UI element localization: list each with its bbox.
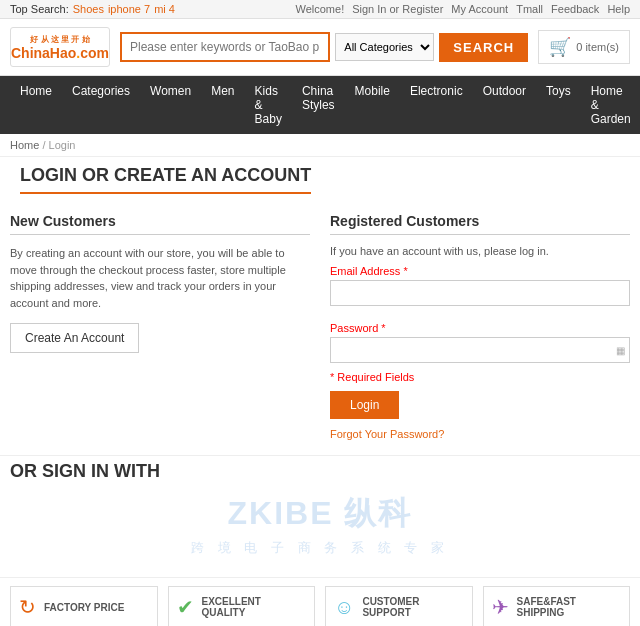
logo-com: com [80,45,109,61]
breadcrumb: Home / Login [0,134,640,157]
top-search-label: Top Search: [10,3,69,15]
feature-factory-label: FACTORY PRICE [44,602,124,613]
page-title-area: LOGIN OR CREATE AN ACCOUNT [0,157,640,198]
registered-customers-intro: If you have an account with us, please l… [330,245,630,257]
required-note: * Required Fields [330,371,630,383]
new-customers-section: New Customers By creating an account wit… [10,213,310,440]
nav-home[interactable]: Home [10,76,62,134]
nav-categories[interactable]: Categories [62,76,140,134]
nav-electronic[interactable]: Electronic [400,76,473,134]
registered-customers-section: Registered Customers If you have an acco… [330,213,630,440]
watermark-cn: 跨 境 电 子 商 务 系 统 专 家 [10,539,630,557]
forgot-password-link[interactable]: Forgot Your Password? [330,428,630,440]
header: 好 从 这 里 开 始 ChinaHao.com All Categories … [0,19,640,76]
password-label: Password * [330,322,630,334]
welcome-text: Welcome! [296,3,345,15]
top-search: Top Search: Shoes iphone 7 mi 4 [10,3,175,15]
tmall-link[interactable]: Tmall [516,3,543,15]
nav-home-garden[interactable]: Home & Garden [581,76,640,134]
nav-men[interactable]: Men [201,76,244,134]
feature-factory-price: ↻ FACTORY PRICE [10,586,158,626]
feature-support-label: CUSTOMER SUPPORT [362,596,463,618]
category-select[interactable]: All Categories [335,33,434,61]
factory-price-icon: ↻ [19,595,36,619]
sign-in-register-link[interactable]: Sign In or Register [352,3,443,15]
email-required-star: * [403,265,407,277]
new-customers-heading: New Customers [10,213,310,235]
watermark-en: ZKIBE 纵科 [10,492,630,536]
password-input[interactable] [330,337,630,363]
logo-main: ChinaHao [11,45,76,61]
nav-outdoor[interactable]: Outdoor [473,76,536,134]
quality-icon: ✔ [177,595,194,619]
feature-support: ☺ CUSTOMER SUPPORT [325,586,473,626]
feature-shipping: ✈ SAFE&FAST SHIPPING [483,586,631,626]
top-search-shoes[interactable]: Shoes [73,3,104,15]
top-search-iphone[interactable]: iphone 7 [108,3,150,15]
feature-quality-label: EXCELLENT QUALITY [202,596,307,618]
page-title: LOGIN OR CREATE AN ACCOUNT [20,165,311,194]
breadcrumb-home[interactable]: Home [10,139,39,151]
top-search-mi[interactable]: mi 4 [154,3,175,15]
logo-top-text: 好 从 这 里 开 始 [11,34,109,45]
new-customers-description: By creating an account with our store, y… [10,245,310,311]
search-button[interactable]: SEARCH [439,33,528,62]
cart-icon: 🛒 [549,36,571,58]
features-bar: ↻ FACTORY PRICE ✔ EXCELLENT QUALITY ☺ CU… [0,577,640,626]
watermark: ZKIBE 纵科 跨 境 电 子 商 务 系 统 专 家 [10,492,630,557]
support-icon: ☺ [334,596,354,619]
feature-quality: ✔ EXCELLENT QUALITY [168,586,316,626]
create-account-button[interactable]: Create An Account [10,323,139,353]
search-area: All Categories SEARCH [120,32,528,62]
top-bar: Top Search: Shoes iphone 7 mi 4 Welcome!… [0,0,640,19]
nav-toys[interactable]: Toys [536,76,581,134]
my-account-link[interactable]: My Account [451,3,508,15]
nav-kids-baby[interactable]: Kids & Baby [245,76,292,134]
top-bar-right: Welcome! Sign In or Register My Account … [296,3,631,15]
login-button[interactable]: Login [330,391,399,419]
feature-shipping-label: SAFE&FAST SHIPPING [517,596,622,618]
breadcrumb-current: Login [49,139,76,151]
or-sign-section: OR SIGN IN WITH ZKIBE 纵科 跨 境 电 子 商 务 系 统… [0,455,640,572]
registered-customers-heading: Registered Customers [330,213,630,235]
main-nav: Home Categories Women Men Kids & Baby Ch… [0,76,640,134]
cart-count: 0 item(s) [576,41,619,53]
email-input[interactable] [330,280,630,306]
nav-mobile[interactable]: Mobile [345,76,400,134]
or-sign-title: OR SIGN IN WITH [10,461,630,482]
help-link[interactable]: Help [607,3,630,15]
nav-china-styles[interactable]: China Styles [292,76,345,134]
email-label: Email Address * [330,265,630,277]
search-input[interactable] [120,32,330,62]
password-required-star: * [381,322,385,334]
nav-women[interactable]: Women [140,76,201,134]
login-main: New Customers By creating an account wit… [0,198,640,455]
feedback-link[interactable]: Feedback [551,3,599,15]
logo[interactable]: 好 从 这 里 开 始 ChinaHao.com [10,27,110,67]
shipping-icon: ✈ [492,595,509,619]
email-row: Email Address * [330,265,630,314]
cart-area[interactable]: 🛒 0 item(s) [538,30,630,64]
password-visibility-icon: ▦ [616,345,625,356]
password-row: Password * ▦ [330,322,630,363]
